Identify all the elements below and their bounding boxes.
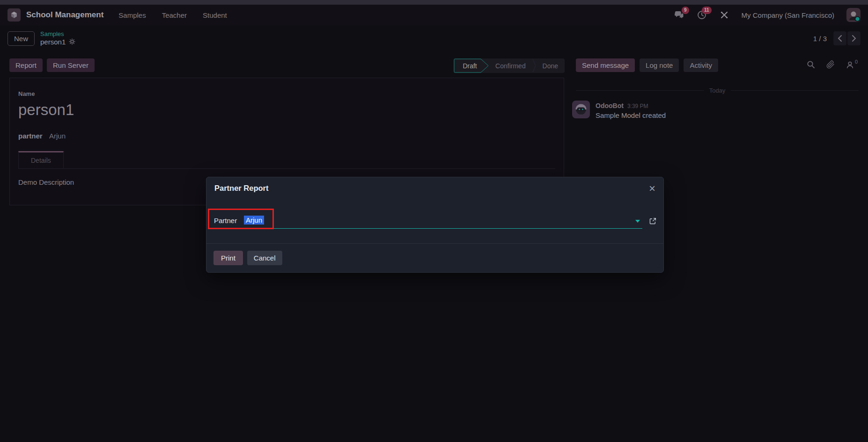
dialog-footer: Print Cancel [206, 243, 663, 272]
dialog-body: Partner Arjun [206, 199, 663, 244]
dialog-header: Partner Report × [206, 177, 663, 199]
print-button[interactable]: Print [213, 251, 243, 265]
dropdown-caret-icon[interactable] [635, 220, 640, 223]
partner-report-dialog: Partner Report × Partner Arjun Print Can… [206, 177, 664, 273]
external-link-icon[interactable] [649, 217, 657, 225]
close-icon[interactable]: × [649, 183, 655, 194]
partner-dialog-field-value[interactable]: Arjun [244, 216, 264, 225]
dialog-title: Partner Report [214, 184, 269, 193]
field-underline [243, 228, 642, 229]
cancel-button[interactable]: Cancel [247, 251, 282, 265]
partner-dialog-field-label: Partner [214, 217, 237, 225]
